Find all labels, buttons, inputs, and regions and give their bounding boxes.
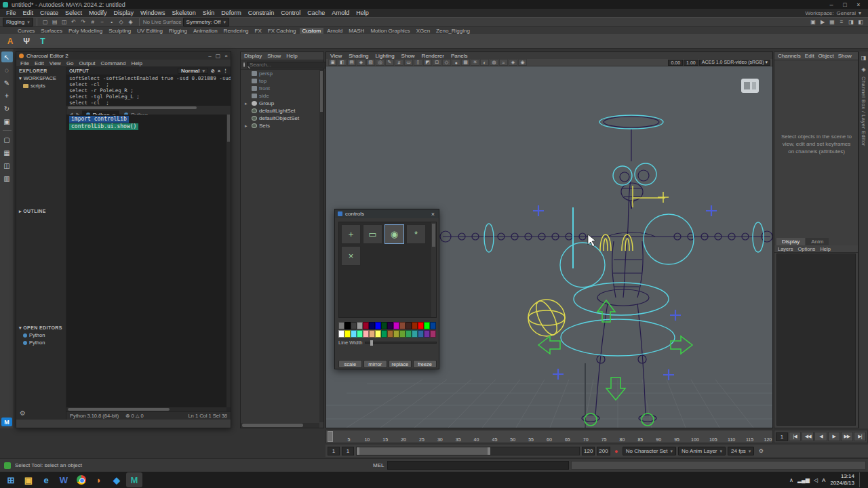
shelf-tab-curves[interactable]: Curves [15, 28, 37, 34]
new-scene-icon[interactable]: ▢ [41, 18, 50, 26]
palette-swatch[interactable] [351, 330, 357, 338]
palette-swatch[interactable] [418, 330, 424, 338]
paint-select-tool[interactable]: ✎ [1, 77, 13, 88]
fps-dropdown[interactable]: 24 fps▾ [728, 447, 754, 455]
problems-count[interactable]: ⊗ 0 △ 0 [125, 413, 144, 419]
timeline-tick[interactable]: 100 [691, 437, 699, 442]
play-forwards-button[interactable]: ▶ [828, 432, 840, 441]
menu-windows[interactable]: Windows [137, 9, 169, 16]
snap-curve-icon[interactable]: ~ [98, 18, 107, 26]
layout-four-pane[interactable]: ▦ [1, 147, 13, 158]
no-live-surface-label[interactable]: No Live Surface [143, 19, 182, 25]
volume-icon[interactable]: ◁ [814, 477, 818, 483]
current-frame-field[interactable]: 1 [776, 432, 788, 441]
bookmarks-icon[interactable]: ◈ [357, 59, 366, 66]
timeline-tick[interactable]: 110 [728, 437, 735, 442]
display-layers-toggle-icon[interactable]: ≡ [837, 18, 846, 26]
move-tool[interactable]: + [1, 90, 13, 101]
panel-menu-shading[interactable]: Shading [349, 53, 368, 59]
palette-swatch[interactable] [363, 330, 369, 338]
outliner-v-scrollbar[interactable] [319, 70, 323, 422]
render-icon[interactable]: ▣ [808, 18, 818, 26]
shape-cross-arrows-button[interactable]: × [341, 246, 361, 266]
outliner-item-defaultobjectset[interactable]: defaultObjectSet [241, 115, 323, 122]
playback-end-field[interactable]: 120 [582, 447, 595, 455]
character-set-dropdown[interactable]: No Character Set▾ [623, 447, 676, 455]
palette-swatch[interactable] [387, 330, 393, 338]
layer-menu-options[interactable]: Options [798, 246, 816, 252]
shelf-tab-rigging[interactable]: Rigging [166, 28, 190, 34]
outliner-menu-show[interactable]: Show [267, 53, 281, 59]
palette-swatch[interactable] [393, 322, 399, 329]
close-button[interactable]: × [852, 1, 865, 8]
menu-arnold[interactable]: Arnold [328, 9, 353, 16]
make-live-icon[interactable]: ◈ [126, 18, 136, 26]
palette-swatch[interactable] [381, 322, 387, 329]
ipr-render-icon[interactable]: ▶ [818, 18, 827, 26]
expand-arrow-icon[interactable]: ▸ [245, 123, 250, 129]
anim-end-field[interactable]: 200 [597, 447, 610, 455]
camera-attributes-icon[interactable]: ▤ [347, 59, 356, 66]
palette-swatch[interactable] [393, 330, 399, 338]
mel-command-input[interactable] [387, 461, 569, 470]
timeline-tick[interactable]: 65 [565, 437, 570, 442]
gate-mask-icon[interactable]: ◩ [423, 59, 432, 66]
shelf-tab-motion-graphics[interactable]: Motion Graphics [368, 28, 412, 34]
palette-swatch[interactable] [369, 330, 375, 338]
resolution-gate-icon[interactable]: ▯ [414, 59, 422, 66]
motion-blur-icon[interactable]: ≈ [499, 59, 508, 66]
gear-icon[interactable]: ⚙ [20, 409, 26, 417]
timeline-tick[interactable]: 120 [764, 437, 772, 442]
anim-start-field[interactable]: 1 [328, 447, 340, 455]
shape-star-button[interactable]: * [406, 224, 426, 244]
workspace-value[interactable]: General [837, 10, 856, 16]
shaded-icon[interactable]: ● [452, 59, 460, 66]
shelf-tab-custom[interactable]: Custom [300, 28, 324, 34]
snap-point-icon[interactable]: • [107, 18, 117, 26]
menu-edit[interactable]: Edit [20, 9, 37, 16]
menu-help[interactable]: Help [353, 9, 372, 16]
menu-constrain[interactable]: Constrain [245, 9, 278, 16]
palette-swatch[interactable] [412, 330, 418, 338]
timeline-tick[interactable]: 95 [674, 437, 679, 442]
palette-swatch[interactable] [375, 330, 381, 338]
undo-icon[interactable]: ↶ [69, 18, 79, 26]
outliner-item-side[interactable]: side [241, 92, 323, 100]
isolate-select-icon[interactable]: ◉ [518, 59, 527, 66]
channel-box-menu-object[interactable]: Object [818, 53, 834, 59]
line-width-slider[interactable] [365, 342, 437, 344]
menu-display[interactable]: Display [111, 9, 138, 16]
palette-swatch[interactable] [381, 330, 387, 338]
layer-list-area[interactable] [776, 253, 856, 426]
shape-sphere-button[interactable]: ◉ [384, 224, 404, 244]
palette-swatch[interactable] [357, 322, 363, 329]
palette-swatch[interactable] [387, 322, 393, 329]
taskbar-vscode[interactable]: ◆ [108, 472, 125, 487]
timeline-tick[interactable]: 30 [437, 437, 443, 442]
symmetry-dropdown[interactable]: Symmetry: Off▾ [183, 18, 229, 26]
textured-icon[interactable]: ▩ [461, 59, 470, 66]
outliner-item-front[interactable]: front [241, 85, 323, 92]
shelf-tab-fx-caching[interactable]: FX Caching [265, 28, 299, 34]
timeline-tick[interactable]: 15 [382, 437, 388, 442]
layer-menu-help[interactable]: Help [820, 246, 830, 252]
shelf-item-advanced-skeleton[interactable]: A [4, 35, 16, 47]
step-back-frame-button[interactable]: ◀◀ [802, 432, 814, 441]
anim-layer-dropdown[interactable]: No Anim Layer▾ [678, 447, 726, 455]
snap-plane-icon[interactable]: ◇ [117, 18, 126, 26]
scale-button[interactable]: scale [338, 360, 362, 368]
clear-output-icon[interactable]: × [218, 68, 220, 73]
grid-icon[interactable]: # [395, 59, 403, 66]
taskbar-maya[interactable]: M [126, 472, 142, 487]
charcoal-minimize-icon[interactable]: – [208, 53, 211, 59]
shape-list-scrollbar[interactable] [431, 222, 436, 317]
palette-swatch[interactable] [344, 322, 351, 329]
palette-swatch[interactable] [430, 330, 436, 338]
select-camera-icon[interactable]: ▣ [328, 59, 337, 66]
taskbar-edge[interactable]: e [38, 472, 54, 487]
channel-box-menu-channels[interactable]: Channels [778, 53, 801, 59]
output-h-scrollbar[interactable] [66, 106, 231, 110]
outliner-item-defaultlightset[interactable]: defaultLightSet [241, 107, 323, 115]
layer-menu-layers[interactable]: Layers [778, 246, 793, 252]
ime-indicator[interactable]: A [822, 477, 825, 483]
